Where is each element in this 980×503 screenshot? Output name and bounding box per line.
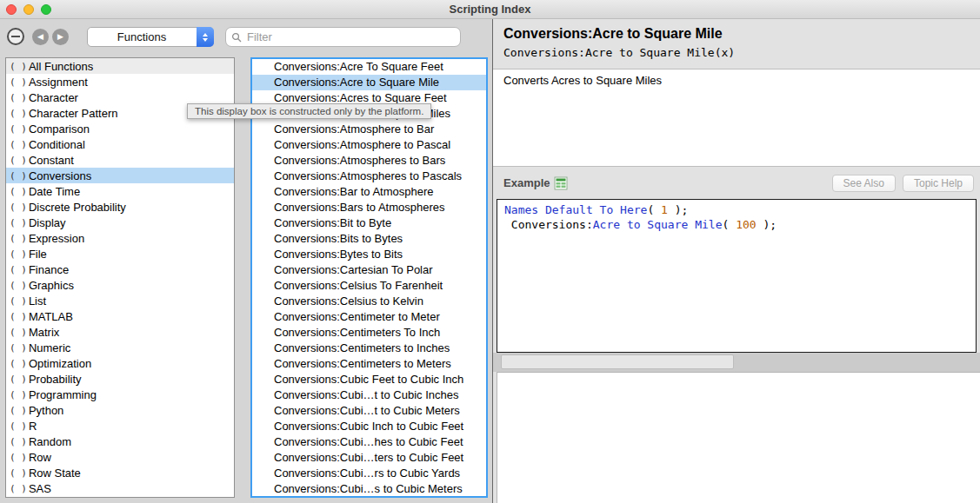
function-category-icon: ( ) [10, 452, 27, 463]
function-category-icon: ( ) [10, 248, 27, 260]
function-list-item[interactable]: Conversions:Centimeters To Inch [252, 325, 486, 341]
back-button[interactable]: ◀ [32, 29, 49, 45]
function-list-item[interactable]: Conversions:Acre to Square Mile [252, 75, 486, 90]
sidebar-item-all-functions[interactable]: ( )All Functions [6, 58, 234, 74]
sidebar-item-matlab[interactable]: ( )MATLAB [6, 308, 234, 324]
sidebar-item-list[interactable]: ( )List [6, 293, 234, 308]
collapse-button[interactable] [7, 28, 24, 45]
function-category-icon: ( ) [10, 108, 27, 119]
function-category-icon: ( ) [10, 186, 27, 197]
sidebar-item-graphics[interactable]: ( )Graphics [6, 277, 234, 293]
sidebar-item-label: SAS [29, 482, 51, 495]
sidebar-item-label: Programming [29, 388, 97, 401]
function-list-item[interactable]: Conversions:Centimeters to Inches [252, 341, 486, 356]
function-list-item[interactable]: Conversions:Cubi…s to Cubic Meters [252, 481, 486, 497]
sidebar-item-file[interactable]: ( )File [6, 246, 234, 261]
sidebar-item-r[interactable]: ( )R [6, 418, 234, 434]
sidebar-item-date-time[interactable]: ( )Date Time [6, 183, 234, 199]
function-title: Conversions:Acre to Square Mile [503, 26, 970, 42]
detail-header: Conversions:Acre to Square Mile Conversi… [493, 19, 980, 69]
function-list-item[interactable]: Conversions:Centimeter to Meter [252, 309, 486, 325]
sidebar-item-comparison[interactable]: ( )Comparison [6, 121, 234, 136]
sidebar-item-sas[interactable]: ( )SAS [6, 480, 234, 496]
minimize-button[interactable] [23, 4, 34, 15]
scrollbar-thumb[interactable] [501, 354, 734, 369]
function-list-item[interactable]: Conversions:Bit to Byte [252, 215, 486, 231]
sidebar-item-constant[interactable]: ( )Constant [6, 152, 234, 168]
sidebar-item-probability[interactable]: ( )Probability [6, 371, 234, 387]
sidebar-item-label: Row State [29, 467, 81, 480]
sidebar-item-discrete-probability[interactable]: ( )Discrete Probability [6, 199, 234, 215]
sidebar-item-row-state[interactable]: ( )Row State [6, 465, 234, 480]
sidebar-item-label: Graphics [29, 279, 74, 292]
function-list-item[interactable]: Conversions:Cubi…t to Cubic Meters [252, 403, 486, 419]
sidebar-item-label: Random [29, 435, 71, 448]
function-category-icon: ( ) [10, 139, 27, 150]
forward-button[interactable]: ▶ [52, 29, 69, 45]
sidebar-item-conversions[interactable]: ( )Conversions [6, 168, 234, 183]
sidebar-item-label: Character [29, 91, 78, 104]
code-line: Conversions:Acre to Square Mile( 100 ); [504, 217, 976, 232]
sidebar-item-optimization[interactable]: ( )Optimization [6, 355, 234, 371]
function-list-item[interactable]: Conversions:Cubi…rs to Cubic Yards [252, 466, 486, 481]
function-category-icon: ( ) [10, 92, 27, 103]
sidebar-item-label: Date Time [29, 185, 80, 198]
search-icon [231, 32, 242, 43]
sidebar-item-row[interactable]: ( )Row [6, 449, 234, 465]
function-list-item[interactable]: Conversions:Atmosphere to Bar [252, 122, 486, 137]
function-list-item[interactable]: Conversions:Acre To Square Feet [252, 59, 486, 75]
function-list-item[interactable]: Conversions:Atmospheres to Pascals [252, 169, 486, 184]
function-category-icon: ( ) [10, 155, 27, 166]
function-list-item[interactable]: Conversions:Bar to Atmosphere [252, 184, 486, 200]
sidebar-item-expression[interactable]: ( )Expression [6, 230, 234, 246]
function-category-icon: ( ) [10, 295, 27, 307]
function-list-item[interactable]: Conversions:Cubic Feet to Cubic Inch [252, 372, 486, 387]
sidebar-item-programming[interactable]: ( )Programming [6, 387, 234, 402]
sidebar-item-label: Python [29, 404, 63, 417]
function-category-icon: ( ) [10, 436, 27, 447]
function-list-item[interactable]: Conversions:Cubi…hes to Cubic Feet [252, 434, 486, 450]
category-dropdown-value: Functions [88, 28, 196, 46]
function-list-item[interactable]: Conversions:Atmospheres to Bars [252, 153, 486, 169]
function-list-item[interactable]: Conversions:Cartesian To Polar [252, 262, 486, 278]
filter-input[interactable] [245, 30, 455, 44]
function-list-item[interactable]: Conversions:Bytes to Bits [252, 247, 486, 262]
function-category-icon: ( ) [10, 374, 27, 385]
sidebar-item-random[interactable]: ( )Random [6, 434, 234, 449]
function-category-icon: ( ) [10, 483, 27, 494]
function-category-icon: ( ) [10, 420, 27, 432]
sidebar-item-label: All Functions [29, 60, 93, 73]
sidebar-item-python[interactable]: ( )Python [6, 402, 234, 418]
example-code-editor[interactable]: Names Default To Here( 1 ); Conversions:… [497, 199, 977, 353]
zoom-button[interactable] [41, 4, 51, 15]
close-button[interactable] [6, 4, 17, 15]
function-list-item[interactable]: Conversions:Cubic Inch to Cubic Feet [252, 419, 486, 434]
see-also-button[interactable]: See Also [832, 175, 896, 192]
sidebar-item-label: Assignment [29, 76, 88, 89]
category-dropdown[interactable]: Functions [87, 27, 214, 47]
sidebar-item-label: Display [29, 216, 66, 229]
sidebar-item-matrix[interactable]: ( )Matrix [6, 324, 234, 340]
sidebar-item-assignment[interactable]: ( )Assignment [6, 74, 234, 89]
function-category-icon: ( ) [10, 358, 27, 369]
sidebar-item-label: MATLAB [29, 310, 73, 323]
sidebar-item-numeric[interactable]: ( )Numeric [6, 340, 234, 355]
function-list-item[interactable]: Conversions:Centimeters to Meters [252, 356, 486, 372]
sidebar-item-label: Conditional [29, 138, 85, 151]
function-list-item[interactable]: Conversions:Celsius To Farenheit [252, 278, 486, 294]
band-buttons: See Also Topic Help [832, 175, 974, 192]
function-list-item[interactable]: Conversions:Cubi…ters to Cubic Feet [252, 450, 486, 466]
sidebar-item-conditional[interactable]: ( )Conditional [6, 136, 234, 152]
function-list-item[interactable]: Conversions:Celsius to Kelvin [252, 294, 486, 309]
run-script-icon[interactable] [554, 176, 568, 190]
function-list-item[interactable]: Conversions:Cubi…t to Cubic Inches [252, 387, 486, 403]
function-list-item[interactable]: Conversions:Bits to Bytes [252, 231, 486, 247]
filter-field[interactable] [225, 27, 461, 47]
sidebar-item-display[interactable]: ( )Display [6, 215, 234, 230]
function-list-item[interactable]: Conversions:Bars to Atmospheres [252, 200, 486, 215]
function-list-item[interactable]: Conversions:Atmosphere to Pascal [252, 137, 486, 153]
sidebar-item-finance[interactable]: ( )Finance [6, 261, 234, 277]
function-category-icon: ( ) [10, 202, 27, 213]
function-category-icon: ( ) [10, 467, 27, 479]
topic-help-button[interactable]: Topic Help [903, 175, 974, 192]
